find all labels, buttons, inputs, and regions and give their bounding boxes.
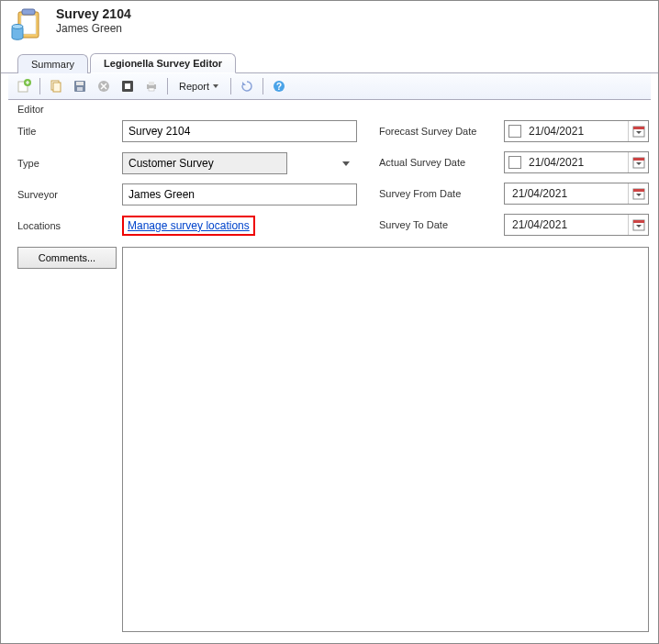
to-date-picker-icon[interactable] bbox=[628, 215, 648, 235]
print-icon[interactable] bbox=[141, 76, 162, 96]
label-surveyor: Surveyor bbox=[17, 189, 117, 200]
svg-rect-22 bbox=[633, 158, 644, 161]
comments-textarea[interactable] bbox=[122, 247, 649, 632]
svg-rect-20 bbox=[633, 127, 644, 129]
save-icon[interactable] bbox=[70, 76, 90, 96]
tab-bar: Summary Legionella Survey Editor bbox=[1, 52, 658, 73]
manage-locations-highlight: Manage survey locations bbox=[122, 216, 255, 236]
actual-date-checkbox[interactable] bbox=[508, 156, 521, 169]
copy-icon[interactable] bbox=[46, 76, 66, 96]
chevron-down-icon bbox=[212, 83, 219, 90]
manage-locations-link[interactable]: Manage survey locations bbox=[128, 219, 250, 232]
svg-rect-26 bbox=[633, 220, 644, 223]
svg-rect-15 bbox=[149, 82, 154, 85]
from-date-value: 21/04/2021 bbox=[508, 187, 628, 200]
label-title: Title bbox=[17, 126, 117, 137]
svg-rect-9 bbox=[76, 82, 84, 85]
svg-rect-2 bbox=[22, 9, 35, 15]
label-locations: Locations bbox=[17, 220, 117, 231]
surveyor-input[interactable] bbox=[122, 183, 357, 205]
forecast-date-value: 21/04/2021 bbox=[525, 125, 628, 138]
from-date-field[interactable]: 21/04/2021 bbox=[504, 183, 649, 205]
forecast-date-picker-icon[interactable] bbox=[628, 121, 648, 141]
svg-rect-10 bbox=[77, 87, 83, 91]
header: Survey 2104 James Green bbox=[1, 1, 658, 47]
type-select[interactable] bbox=[122, 152, 287, 174]
to-date-value: 21/04/2021 bbox=[508, 218, 628, 231]
svg-rect-7 bbox=[53, 83, 61, 92]
editor-section-label: Editor bbox=[17, 104, 649, 115]
label-actual-date: Actual Survey Date bbox=[379, 157, 498, 168]
refresh-icon[interactable] bbox=[237, 76, 257, 96]
tab-summary[interactable]: Summary bbox=[17, 54, 88, 73]
survey-clipboard-icon bbox=[10, 6, 47, 43]
comments-button[interactable]: Comments... bbox=[17, 247, 117, 269]
actual-date-picker-icon[interactable] bbox=[628, 152, 648, 172]
svg-rect-16 bbox=[149, 88, 154, 91]
help-icon[interactable]: ? bbox=[269, 76, 289, 96]
page-subtitle: James Green bbox=[56, 22, 131, 35]
svg-rect-13 bbox=[125, 83, 130, 89]
stop-icon[interactable] bbox=[117, 76, 138, 96]
forecast-date-field[interactable]: 21/04/2021 bbox=[504, 120, 649, 142]
toolbar-separator bbox=[230, 78, 231, 94]
delete-icon[interactable] bbox=[94, 76, 114, 96]
label-to-date: Survey To Date bbox=[379, 219, 498, 230]
toolbar-separator bbox=[167, 78, 168, 94]
to-date-field[interactable]: 21/04/2021 bbox=[504, 214, 649, 236]
svg-point-3 bbox=[12, 25, 23, 29]
from-date-picker-icon[interactable] bbox=[628, 183, 648, 204]
actual-date-field[interactable]: 21/04/2021 bbox=[504, 151, 649, 173]
toolbar: Report ? bbox=[8, 73, 651, 100]
toolbar-separator bbox=[39, 78, 40, 94]
tab-legionella-editor[interactable]: Legionella Survey Editor bbox=[90, 53, 236, 73]
header-text: Survey 2104 James Green bbox=[56, 6, 131, 35]
report-dropdown[interactable]: Report bbox=[173, 79, 225, 94]
toolbar-separator bbox=[262, 78, 263, 94]
page-title: Survey 2104 bbox=[56, 6, 131, 21]
report-label: Report bbox=[179, 81, 209, 92]
forecast-date-checkbox[interactable] bbox=[508, 125, 521, 138]
new-item-icon[interactable] bbox=[14, 76, 34, 96]
editor-panel: Editor Title Type Surveyor Locations Man… bbox=[1, 100, 658, 641]
svg-rect-24 bbox=[633, 189, 644, 192]
title-input[interactable] bbox=[122, 120, 357, 142]
actual-date-value: 21/04/2021 bbox=[525, 156, 628, 169]
label-type: Type bbox=[17, 158, 117, 169]
label-forecast-date: Forecast Survey Date bbox=[379, 126, 498, 137]
label-from-date: Survey From Date bbox=[379, 188, 498, 199]
svg-text:?: ? bbox=[276, 82, 282, 92]
